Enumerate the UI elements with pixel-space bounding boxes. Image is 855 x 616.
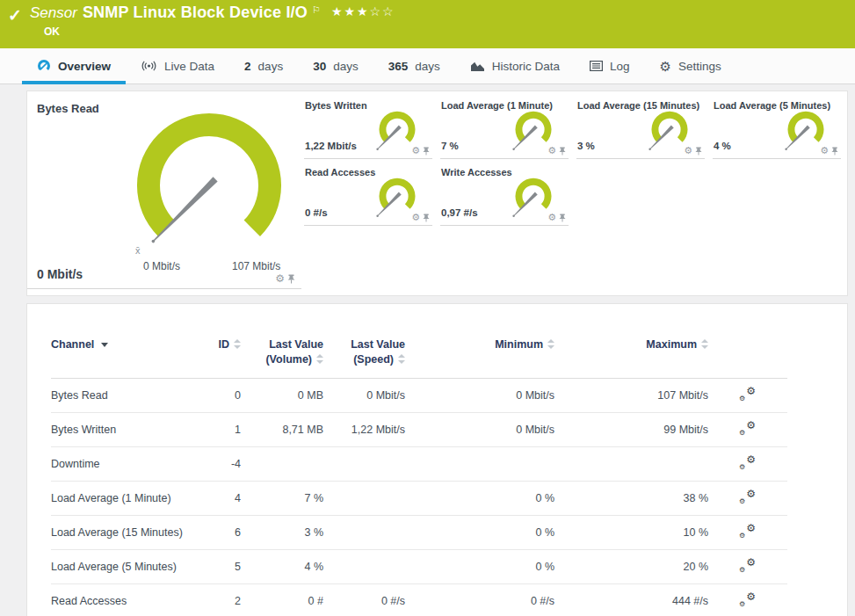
gear-icon[interactable]: ⚙	[275, 273, 285, 284]
flag-icon[interactable]: ⚐	[312, 4, 321, 15]
channel-name[interactable]: Load Average (15 Minutes)	[51, 515, 199, 549]
pin-icon[interactable]	[423, 147, 430, 156]
channel-name[interactable]: Load Average (1 Minute)	[51, 481, 199, 515]
main-gauge-panel: Bytes Read x̄ 0 Mbit/s 107 Mbit/s 0 Mbit…	[27, 91, 301, 289]
tab-label: Settings	[678, 60, 721, 73]
maximum-value: 99 Mbit/s	[554, 412, 708, 446]
stars-filled[interactable]: ★★★	[331, 4, 370, 18]
tab-label: days	[333, 60, 359, 73]
channel-name[interactable]: Bytes Written	[51, 412, 199, 446]
sort-desc-icon	[101, 343, 108, 347]
tab-30-days[interactable]: 30 days	[298, 48, 373, 83]
column-header-last-value-speed[interactable]: Last Value (Speed)	[323, 337, 405, 378]
last-value-speed	[323, 481, 405, 515]
tab-365-days[interactable]: 365 days	[373, 48, 455, 83]
gear-icon[interactable]: ⚙	[411, 213, 420, 222]
column-header-last-value-volume[interactable]: Last Value (Volume)	[241, 337, 323, 378]
channel-id: 0	[199, 378, 241, 412]
pin-icon[interactable]	[287, 274, 295, 284]
tab-live-data[interactable]: Live Data	[126, 48, 229, 83]
minimum-value: 0 %	[405, 481, 554, 515]
gear-icon[interactable]: ⚙	[820, 146, 829, 156]
channel-id: 2	[199, 583, 241, 616]
last-value-speed	[323, 549, 405, 583]
last-value-volume: 0 MB	[241, 378, 323, 412]
gear-icon[interactable]: ⚙	[547, 146, 556, 156]
channel-settings-icon[interactable]: ⚙⚙	[738, 558, 756, 573]
tab-log[interactable]: Log	[575, 48, 645, 83]
pin-icon[interactable]	[559, 214, 566, 222]
pin-icon[interactable]	[559, 147, 566, 156]
mini-gauge-title: Write Accesses	[441, 167, 512, 178]
minimum-value: 0 %	[405, 515, 554, 549]
sensor-status-badge: OK	[44, 25, 60, 38]
channel-id: -4	[199, 446, 241, 481]
tab-number: 2	[244, 60, 251, 73]
priority-stars[interactable]: ★★★☆☆	[331, 4, 395, 18]
stars-empty[interactable]: ☆☆	[370, 4, 395, 18]
tab-number: 30	[313, 60, 326, 73]
prtg-sensor-page: ✓ SensorSNMP Linux Block Device I/O⚐★★★☆…	[0, 0, 855, 616]
mini-gauge-value: 0,97 #/s	[441, 207, 478, 218]
gear-icon[interactable]: ⚙	[411, 146, 420, 156]
table-row-load-average-1-minute: Load Average (1 Minute) 4 7 % 0 % 38 % ⚙…	[51, 481, 787, 515]
tab-overview[interactable]: Overview	[22, 48, 126, 83]
last-value-volume: 7 %	[241, 481, 323, 515]
sort-icon	[547, 339, 554, 349]
channels-table: Channel ID Last Value (Volume) Last Valu…	[51, 337, 787, 616]
minimum-value	[405, 446, 554, 481]
channel-name[interactable]: Downtime	[51, 446, 199, 481]
column-header-id[interactable]: ID	[199, 337, 241, 378]
area-chart-icon	[470, 61, 485, 72]
last-value-speed: 0 Mbit/s	[323, 378, 405, 412]
pin-icon[interactable]	[423, 214, 430, 222]
gear-icon[interactable]: ⚙	[684, 146, 692, 156]
maximum-value: 20 %	[554, 549, 708, 583]
column-header-channel[interactable]: Channel	[51, 337, 199, 378]
table-row-bytes-written: Bytes Written 1 8,71 MB 1,22 Mbit/s 0 Mb…	[51, 412, 787, 446]
channel-settings-icon[interactable]: ⚙⚙	[738, 387, 756, 402]
tab-label: Historic Data	[492, 60, 560, 73]
last-value-volume	[241, 446, 323, 481]
tab-label: Live Data	[164, 60, 214, 73]
last-value-volume: 4 %	[241, 549, 323, 583]
last-value-speed	[323, 515, 405, 549]
channel-settings-icon[interactable]: ⚙⚙	[738, 592, 756, 607]
tab-2-days[interactable]: 2 days	[229, 48, 298, 83]
object-kind-label: Sensor	[30, 4, 77, 21]
sort-icon	[316, 354, 323, 364]
mini-gauge-load-average-1-minute: Load Average (1 Minute) 7 % ⚙	[440, 98, 569, 159]
live-signal-icon	[141, 60, 157, 72]
sort-icon	[398, 354, 405, 364]
channel-settings-icon[interactable]: ⚙⚙	[738, 421, 756, 436]
maximum-value: 10 %	[554, 515, 708, 549]
channel-name[interactable]: Bytes Read	[51, 378, 199, 412]
channel-name[interactable]: Load Average (5 Minutes)	[51, 549, 199, 583]
last-value-volume: 8,71 MB	[241, 412, 323, 446]
pin-icon[interactable]	[695, 147, 702, 156]
tab-label: Log	[610, 60, 630, 73]
log-list-icon	[590, 61, 603, 71]
channel-settings-icon[interactable]: ⚙⚙	[738, 455, 756, 470]
minimum-value: 0 %	[405, 549, 554, 583]
gauge-scale-max: 107 Mbit/s	[232, 260, 280, 272]
table-row-load-average-5-minutes: Load Average (5 Minutes) 5 4 % 0 % 20 % …	[51, 549, 787, 583]
tab-historic-data[interactable]: Historic Data	[455, 48, 575, 83]
mini-gauge-read-accesses: Read Accesses 0 #/s ⚙	[304, 164, 432, 226]
last-value-speed: 0 #/s	[323, 583, 405, 616]
column-header-maximum[interactable]: Maximum	[554, 337, 708, 378]
tab-settings[interactable]: ⚙ Settings	[645, 48, 736, 83]
channel-settings-icon[interactable]: ⚙⚙	[738, 524, 756, 539]
average-marker-icon: x̄	[135, 245, 141, 256]
channel-id: 1	[199, 412, 241, 446]
maximum-value: 444 #/s	[554, 583, 708, 616]
column-header-minimum[interactable]: Minimum	[405, 337, 554, 378]
last-value-volume: 0 #	[241, 583, 323, 616]
gear-icon[interactable]: ⚙	[547, 213, 556, 222]
maximum-value	[554, 446, 708, 481]
pin-icon[interactable]	[831, 147, 838, 156]
channel-settings-icon[interactable]: ⚙⚙	[738, 489, 756, 504]
channel-id: 6	[199, 515, 241, 549]
top-status-bar: ✓ SensorSNMP Linux Block Device I/O⚐★★★☆…	[0, 0, 855, 48]
channel-name[interactable]: Read Accesses	[51, 583, 199, 616]
